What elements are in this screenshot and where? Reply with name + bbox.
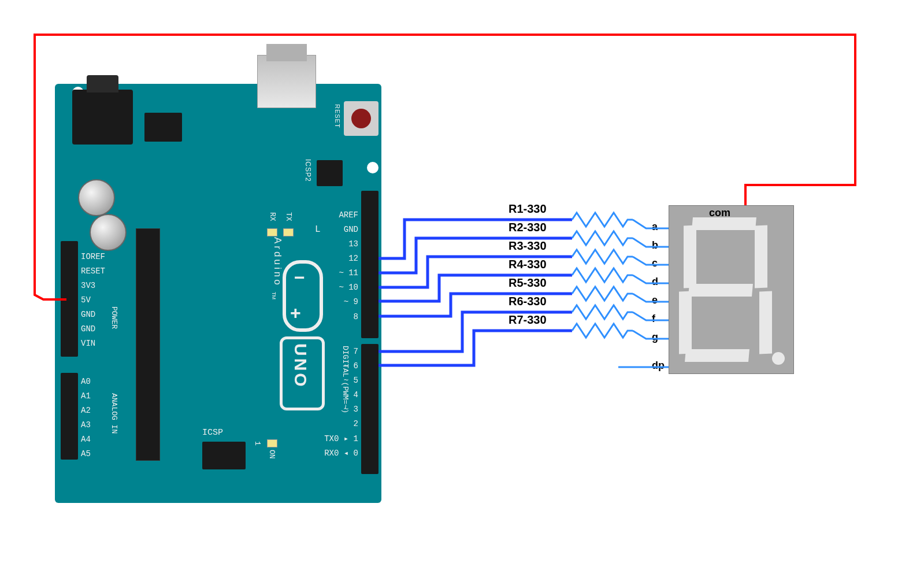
pin-2: 2 xyxy=(332,419,358,428)
segment-g xyxy=(688,284,753,297)
seven-segment-display xyxy=(669,205,794,374)
analog-section-label: ANALOG IN xyxy=(110,393,118,434)
pin-12: 12 xyxy=(332,254,358,263)
segment-b xyxy=(755,225,767,288)
microcontroller-ic xyxy=(136,228,160,461)
pin-a4: A4 xyxy=(81,435,116,444)
pin-b-label: b xyxy=(652,239,658,251)
pin-dp-label: dp xyxy=(652,360,665,372)
resistor-label-r7: R7-330 xyxy=(509,313,547,327)
diagram-container: RESET ICSP2 AREF GND 13 12 ~ 11 ~ 10 ~ 9… xyxy=(0,0,924,570)
reset-label: RESET xyxy=(334,104,341,128)
segment-inner xyxy=(684,217,767,362)
resistor-label-r1: R1-330 xyxy=(509,202,547,216)
logo-plus: + xyxy=(290,302,301,324)
tx-label: TX xyxy=(284,212,293,221)
segment-a xyxy=(692,217,756,230)
pin-5v: 5V xyxy=(81,295,116,305)
pin-ioref: IOREF xyxy=(81,252,116,261)
digital-header-top xyxy=(361,191,378,338)
pin-c-label: c xyxy=(652,257,658,269)
icsp2-header xyxy=(317,160,343,186)
pin-11: ~ 11 xyxy=(332,268,358,277)
resistor-label-r5: R5-330 xyxy=(509,276,547,290)
pin-a-label: a xyxy=(652,221,658,233)
pin-a5: A5 xyxy=(81,449,116,458)
pin-vin: VIN xyxy=(81,339,116,348)
com-label: com xyxy=(709,207,730,219)
wire-r7 xyxy=(378,324,669,365)
pin-reset: RESET xyxy=(81,267,116,276)
pin-e-label: e xyxy=(652,294,658,306)
arduino-name-label: Arduino xyxy=(272,237,283,287)
logo-minus: − xyxy=(294,267,305,288)
usb-port xyxy=(257,55,316,108)
analog-header xyxy=(61,373,78,460)
on-led xyxy=(267,439,277,447)
resistor-label-r2: R2-330 xyxy=(509,221,547,234)
pin-g-label: g xyxy=(652,331,658,343)
l-label: L xyxy=(315,224,321,235)
segment-dp xyxy=(772,352,785,365)
icsp-label: ICSP xyxy=(202,428,223,438)
icsp-header xyxy=(202,442,246,469)
rx-led xyxy=(267,228,277,236)
pin-f-label: f xyxy=(652,313,655,325)
segment-e xyxy=(679,291,692,354)
icsp-pin1: 1 xyxy=(253,441,262,446)
rx-label: RX xyxy=(268,212,277,221)
pin-a0: A0 xyxy=(81,377,116,386)
uno-label: UNO xyxy=(291,343,310,389)
mounting-hole xyxy=(367,162,378,173)
voltage-regulator xyxy=(144,113,182,142)
segment-d xyxy=(685,349,749,362)
digital-header-bottom xyxy=(361,344,378,474)
pin-13: 13 xyxy=(332,239,358,249)
power-header xyxy=(61,241,78,357)
capacitor xyxy=(90,214,127,251)
pin-10: ~ 10 xyxy=(332,283,358,292)
pin-aref: AREF xyxy=(332,210,358,220)
tx-led xyxy=(283,228,294,236)
pin-3v3: 3V3 xyxy=(81,281,116,290)
resistor-label-r3: R3-330 xyxy=(509,239,547,253)
power-section-label: POWER xyxy=(110,306,118,329)
pin-gnd-top: GND xyxy=(332,225,358,234)
segment-f xyxy=(684,225,696,288)
pin-rx: RX0 ◂ 0 xyxy=(321,448,358,458)
resistor-label-r4: R4-330 xyxy=(509,258,547,271)
pin-8: 8 xyxy=(332,312,358,321)
reset-button[interactable] xyxy=(344,101,378,136)
pin-9: ~ 9 xyxy=(332,297,358,306)
pin-tx: TX0 ▸ 1 xyxy=(321,434,358,443)
on-label: ON xyxy=(268,450,276,459)
wire-r6 xyxy=(378,305,669,351)
power-jack xyxy=(72,90,133,145)
digital-section-label: DIGITAL (PWM=~) xyxy=(341,346,350,413)
capacitor xyxy=(78,179,115,216)
icsp2-label: ICSP2 xyxy=(304,159,312,182)
segment-c xyxy=(759,291,772,354)
resistor-label-r6: R6-330 xyxy=(509,295,547,308)
tm-label: TM xyxy=(271,292,277,299)
pin-d-label: d xyxy=(652,276,658,288)
